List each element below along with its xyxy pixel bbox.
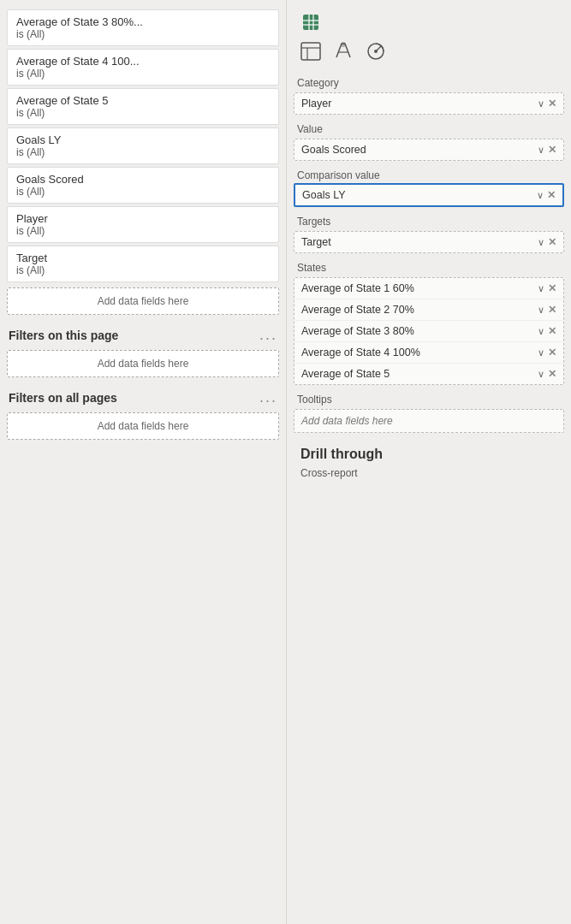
field-chevron-icon[interactable]: ∨ (538, 305, 544, 316)
field-item: Target ∨ ✕ (294, 232, 563, 252)
add-data-all-pages-button[interactable]: Add data fields here (7, 412, 279, 440)
fields-container: Category Player ∨ ✕ Value Goals Scored ∨… (287, 70, 571, 919)
vis-icon-row (287, 5, 571, 36)
add-data-this-page-button[interactable]: Add data fields here (7, 350, 279, 377)
filter-card[interactable]: Average of State 5is (All) (7, 88, 279, 125)
filter-card[interactable]: Goals LYis (All) (7, 127, 279, 164)
field-item: Average of State 5 ∨ ✕ (294, 364, 563, 384)
svg-rect-0 (303, 15, 318, 30)
left-panel: Average of State 3 80%...is (All)Average… (0, 0, 287, 924)
field-item: Average of State 1 60% ∨ ✕ (294, 278, 563, 299)
filter-cards-container: Average of State 3 80%...is (All)Average… (0, 7, 286, 285)
field-drop-zone: Goals Scored ∨ ✕ (294, 139, 564, 161)
field-chevron-icon[interactable]: ∨ (538, 347, 544, 358)
field-item: Goals Scored ∨ ✕ (294, 139, 563, 160)
visual-icon-small (295, 9, 326, 36)
filter-card[interactable]: Goals Scoredis (All) (7, 167, 279, 204)
svg-rect-9 (342, 42, 345, 47)
section-label: Category (294, 74, 564, 91)
section-label: Targets (294, 212, 564, 229)
field-close-icon[interactable]: ✕ (548, 98, 556, 110)
section-label: Comparison value (294, 166, 564, 183)
filters-this-page-label: Filters on this page (9, 329, 118, 342)
field-chevron-icon[interactable]: ∨ (537, 190, 544, 201)
tab-analytics[interactable] (360, 38, 391, 65)
field-drop-zone: Add data fields here (294, 409, 564, 433)
field-close-icon[interactable]: ✕ (548, 325, 556, 337)
svg-point-12 (374, 50, 378, 53)
section-label: Tooltips (294, 390, 564, 407)
field-item: Average of State 2 70% ∨ ✕ (294, 299, 563, 321)
field-close-icon[interactable]: ✕ (548, 282, 556, 294)
svg-rect-5 (301, 43, 320, 60)
field-close-icon[interactable]: ✕ (548, 346, 556, 358)
filters-all-pages-header: Filters on all pages ... (0, 380, 286, 410)
field-item: Average of State 4 100% ∨ ✕ (294, 342, 563, 364)
field-drop-zone: Average of State 1 60% ∨ ✕ Average of St… (294, 277, 564, 385)
field-chevron-icon[interactable]: ∨ (538, 145, 544, 156)
drill-through-section: Drill through Cross-report (294, 438, 564, 481)
section-label: States (294, 258, 564, 275)
tab-fields[interactable] (295, 38, 326, 65)
field-item: Average of State 3 80% ∨ ✕ (294, 321, 563, 342)
right-panel: Category Player ∨ ✕ Value Goals Scored ∨… (287, 0, 571, 924)
field-chevron-icon[interactable]: ∨ (538, 283, 544, 294)
field-drop-zone: Player ∨ ✕ (294, 92, 564, 115)
field-close-icon[interactable]: ✕ (548, 236, 556, 248)
filter-card[interactable]: Average of State 4 100...is (All) (7, 49, 279, 86)
tab-format[interactable] (328, 38, 359, 65)
filter-card[interactable]: Targetis (All) (7, 246, 279, 282)
field-chevron-icon[interactable]: ∨ (538, 98, 544, 110)
field-drop-zone: Goals LY ∨ ✕ (294, 183, 564, 207)
field-chevron-icon[interactable]: ∨ (538, 326, 544, 337)
field-close-icon[interactable]: ✕ (548, 304, 556, 316)
filters-this-page-dots[interactable]: ... (259, 326, 277, 344)
field-item: Player ∨ ✕ (294, 93, 563, 114)
field-item: Goals LY ∨ ✕ (295, 185, 562, 205)
field-chevron-icon[interactable]: ∨ (538, 369, 544, 380)
field-close-icon[interactable]: ✕ (548, 144, 556, 156)
field-drop-zone: Target ∨ ✕ (294, 231, 564, 253)
field-close-icon[interactable]: ✕ (547, 189, 556, 201)
add-data-visual-button[interactable]: Add data fields here (7, 287, 279, 315)
tab-icon-row (287, 36, 571, 70)
section-label: Value (294, 120, 564, 137)
filters-all-pages-label: Filters on all pages (9, 391, 117, 405)
filter-card[interactable]: Average of State 3 80%...is (All) (7, 9, 279, 46)
add-field-placeholder[interactable]: Add data fields here (294, 410, 563, 432)
filter-card[interactable]: Playeris (All) (7, 206, 279, 243)
field-close-icon[interactable]: ✕ (548, 368, 556, 380)
field-chevron-icon[interactable]: ∨ (538, 237, 544, 248)
drill-through-sub: Cross-report (300, 465, 557, 481)
filters-all-pages-dots[interactable]: ... (259, 388, 277, 406)
filters-this-page-header: Filters on this page ... (0, 317, 286, 347)
drill-through-title: Drill through (300, 443, 557, 465)
